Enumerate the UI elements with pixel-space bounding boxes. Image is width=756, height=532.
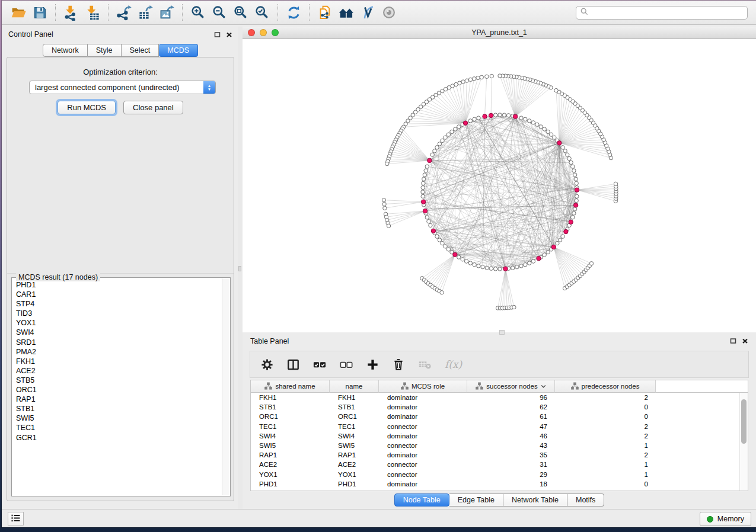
- task-history-button[interactable]: [8, 512, 24, 525]
- graph-node[interactable]: [498, 267, 502, 271]
- panel-resize-grip[interactable]: [499, 330, 505, 335]
- graph-node[interactable]: [423, 173, 426, 177]
- mcds-result-item[interactable]: YOX1: [16, 318, 221, 328]
- mcds-result-item[interactable]: STB5: [16, 376, 221, 385]
- graph-node[interactable]: [571, 216, 575, 219]
- graph-hub-node[interactable]: [489, 113, 493, 117]
- table-cell[interactable]: RAP1: [251, 451, 330, 459]
- table-cell[interactable]: connector: [379, 471, 467, 478]
- close-window-icon[interactable]: [248, 29, 255, 36]
- graph-node[interactable]: [422, 181, 425, 185]
- graph-node[interactable]: [438, 142, 441, 146]
- mcds-result-item[interactable]: ACE2: [16, 366, 221, 376]
- table-cell[interactable]: 35: [467, 451, 555, 459]
- delete-icon[interactable]: [392, 358, 405, 371]
- minimize-window-icon[interactable]: [260, 29, 267, 36]
- graph-node[interactable]: [424, 169, 428, 172]
- table-row[interactable]: PHD1PHD1dominator180: [251, 479, 739, 489]
- column-header-successor-nodes[interactable]: successor nodes: [467, 380, 555, 393]
- mcds-result-item[interactable]: CAR1: [16, 290, 221, 299]
- graph-node[interactable]: [435, 146, 439, 149]
- table-cell[interactable]: PHD1: [330, 480, 379, 488]
- graph-node[interactable]: [546, 250, 550, 254]
- vertical-splitter[interactable]: [238, 27, 243, 509]
- graph-node[interactable]: [543, 127, 546, 131]
- deselect-all-icon[interactable]: [339, 358, 353, 371]
- graph-node[interactable]: [553, 136, 556, 139]
- table-cell[interactable]: 31: [467, 461, 555, 468]
- import-table-icon[interactable]: [82, 2, 103, 23]
- table-cell[interactable]: 0: [555, 403, 656, 411]
- table-cell[interactable]: dominator: [379, 480, 467, 488]
- table-row[interactable]: FKH1FKH1dominator962: [251, 393, 739, 402]
- graph-node[interactable]: [385, 162, 389, 165]
- graph-node[interactable]: [457, 125, 461, 129]
- graph-node[interactable]: [441, 241, 444, 245]
- graph-hub-node[interactable]: [557, 141, 562, 145]
- graph-node[interactable]: [549, 133, 553, 136]
- graph-node[interactable]: [494, 267, 497, 271]
- graph-node[interactable]: [566, 153, 569, 156]
- graph-hub-node[interactable]: [564, 229, 568, 233]
- graph-node[interactable]: [473, 117, 476, 121]
- table-cell[interactable]: TEC1: [330, 423, 379, 430]
- table-row[interactable]: SWI5SWI5connector431: [251, 441, 739, 450]
- export-table-icon[interactable]: [135, 2, 156, 23]
- graph-node[interactable]: [473, 263, 476, 267]
- graph-node[interactable]: [435, 235, 439, 238]
- graph-node[interactable]: [468, 119, 472, 123]
- graph-node[interactable]: [531, 121, 535, 124]
- table-cell[interactable]: YOX1: [330, 471, 379, 478]
- tab-select[interactable]: Select: [122, 44, 160, 57]
- table-cell[interactable]: SWI5: [330, 442, 379, 449]
- graph-node[interactable]: [524, 263, 527, 267]
- graph-node[interactable]: [502, 113, 506, 117]
- graph-hub-node[interactable]: [431, 229, 435, 233]
- table-cell[interactable]: dominator: [379, 413, 467, 420]
- zoom-selected-icon[interactable]: [251, 2, 273, 23]
- graph-node[interactable]: [539, 125, 543, 129]
- gear-icon[interactable]: [260, 358, 274, 371]
- graph-node[interactable]: [573, 207, 577, 211]
- graph-node[interactable]: [535, 123, 539, 126]
- graph-node[interactable]: [546, 130, 550, 133]
- graph-node[interactable]: [589, 262, 593, 265]
- tab-network-table[interactable]: Network Table: [503, 493, 567, 507]
- column-header-name[interactable]: name: [330, 380, 379, 393]
- delete-table-icon[interactable]: [417, 358, 432, 371]
- scrollbar-thumb[interactable]: [741, 399, 747, 444]
- graph-hub-node[interactable]: [453, 252, 457, 257]
- graph-node[interactable]: [382, 198, 385, 202]
- import-network-icon[interactable]: [60, 2, 82, 23]
- mcds-result-item[interactable]: SWI4: [16, 328, 221, 337]
- graph-node[interactable]: [433, 149, 436, 153]
- close-panel-icon[interactable]: [226, 31, 232, 38]
- mcds-result-item[interactable]: STP4: [16, 299, 221, 309]
- tab-style[interactable]: Style: [88, 44, 122, 57]
- table-row[interactable]: YOX1YOX1connector291: [251, 470, 739, 479]
- table-row[interactable]: SWI4SWI4dominator462: [251, 431, 739, 441]
- graph-node[interactable]: [561, 235, 564, 238]
- graph-node[interactable]: [563, 149, 567, 153]
- graph-node[interactable]: [458, 81, 461, 85]
- graph-node[interactable]: [489, 267, 493, 270]
- graph-node[interactable]: [506, 114, 510, 117]
- table-cell[interactable]: connector: [379, 461, 467, 468]
- graph-node[interactable]: [556, 241, 559, 245]
- mcds-result-item[interactable]: STB1: [16, 404, 221, 414]
- export-image-icon[interactable]: [156, 2, 177, 23]
- graph-node[interactable]: [561, 146, 564, 149]
- table-cell[interactable]: SWI5: [251, 442, 330, 449]
- search-input[interactable]: [591, 8, 743, 17]
- table-cell[interactable]: 2: [555, 423, 656, 430]
- zoom-out-icon[interactable]: [209, 2, 230, 23]
- tab-motifs[interactable]: Motifs: [567, 493, 604, 507]
- graph-node[interactable]: [468, 261, 472, 265]
- graph-node[interactable]: [457, 255, 461, 259]
- select-all-icon[interactable]: [312, 358, 327, 371]
- table-cell[interactable]: dominator: [379, 451, 467, 459]
- close-table-panel-icon[interactable]: [742, 338, 748, 344]
- graph-node[interactable]: [569, 161, 573, 164]
- graph-hub-node[interactable]: [569, 220, 573, 224]
- table-cell[interactable]: TEC1: [251, 423, 330, 430]
